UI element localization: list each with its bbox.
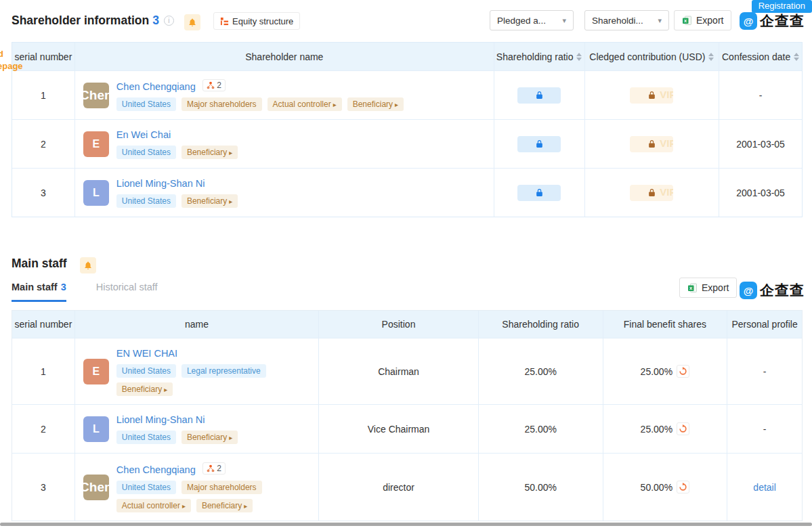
shareholder-table-header: serial number Shareholder name Sharehold… <box>12 43 802 70</box>
serial-cell: 1 <box>12 71 75 119</box>
shareholder-row: 3 L Lionel Ming-Shan Ni United States Be… <box>12 168 802 217</box>
date-cell: - <box>719 71 802 119</box>
staff-name-link[interactable]: Chen Chengqiang <box>116 464 196 475</box>
tag-united-states[interactable]: United States <box>116 481 176 494</box>
tab-main-staff[interactable]: Main staff3 <box>12 282 66 302</box>
monitor-bell-button[interactable] <box>184 14 200 30</box>
bell-icon <box>83 261 93 270</box>
sort-icon[interactable] <box>708 53 714 61</box>
sort-icon[interactable] <box>794 53 799 61</box>
shareholding-filter-value: Shareholdi... <box>592 16 643 26</box>
serial-cell: 2 <box>12 405 75 453</box>
staff-section-title: Main staff <box>12 257 96 273</box>
equity-structure-button[interactable]: Equity structure <box>213 12 300 30</box>
shareholder-count: 3 <box>152 14 159 27</box>
staff-name-link[interactable]: EN WEI CHAI <box>116 348 177 359</box>
shareholder-name-link[interactable]: En Wei Chai <box>116 129 171 140</box>
shareholder-section-title: Shareholder information3 <box>12 14 200 30</box>
detail-link[interactable]: detail <box>753 482 775 493</box>
export-label: Export <box>702 282 729 293</box>
tag-united-states[interactable]: United States <box>116 146 176 159</box>
benefit-structure-button[interactable] <box>677 365 689 378</box>
qcc-logo-text: 企查查 <box>760 12 805 30</box>
name-cell: Chen Chen Chengqiang 2 United <box>75 454 319 521</box>
relation-graph-icon <box>207 81 215 89</box>
tag-beneficiary[interactable]: Beneficiary <box>347 97 404 111</box>
chevron-right-icon <box>227 433 232 442</box>
tag-beneficiary[interactable]: Beneficiary <box>181 431 238 444</box>
shareholder-name-link[interactable]: Chen Chengqiang <box>116 81 196 92</box>
tag-beneficiary[interactable]: Beneficiary <box>116 382 173 396</box>
name-cell: E En Wei Chai United States Beneficiary <box>75 120 494 168</box>
tag-united-states[interactable]: United States <box>116 97 176 111</box>
sort-icon[interactable] <box>576 53 582 61</box>
qcc-logo[interactable]: 企查查 <box>740 281 805 300</box>
tag-united-states[interactable]: United States <box>116 431 176 444</box>
staff-table-header: serial number name Position Shareholding… <box>12 311 802 338</box>
ratio-cell <box>494 120 585 168</box>
locked-contribution-chip[interactable]: VIP <box>630 136 673 152</box>
tag-beneficiary[interactable]: Beneficiary <box>196 499 253 512</box>
profile-cell: - <box>727 338 802 404</box>
info-icon[interactable] <box>164 16 174 26</box>
tag-major-shareholders[interactable]: Major shareholders <box>181 97 262 111</box>
benefit-structure-button[interactable] <box>677 422 689 435</box>
staff-export-button[interactable]: x Export <box>679 278 737 298</box>
shareholder-row: 1 Chen Chen Chengqiang 2 <box>12 70 802 119</box>
profile-cell: detail <box>727 454 802 521</box>
shareholder-table: serial number Shareholder name Sharehold… <box>12 42 803 217</box>
section-title-text: Shareholder information <box>12 14 149 27</box>
benefit-structure-icon <box>679 483 687 491</box>
col-pledged-contribution[interactable]: Cledged contribution (USD) <box>585 43 720 70</box>
lock-icon <box>647 139 656 148</box>
tab-historical-staff[interactable]: Historical staff <box>96 282 158 302</box>
name-cell: L Lionel Ming-Shan Ni United States Bene… <box>75 169 494 217</box>
tag-legal-representative[interactable]: Legal representative <box>181 364 266 378</box>
chevron-right-icon <box>393 100 398 109</box>
chevron-right-icon <box>162 384 167 394</box>
col-shareholding-ratio[interactable]: Shareholding ratio <box>494 43 585 70</box>
tag-actual-controller[interactable]: Actual controller <box>268 97 342 111</box>
avatar: Chen <box>83 475 109 500</box>
pledged-filter-dropdown[interactable]: Pledged a... <box>490 10 574 30</box>
left-cut-text-top: d <box>0 49 3 59</box>
qcc-logo-icon <box>740 282 757 299</box>
section-title-text: Main staff <box>12 257 67 270</box>
avatar: E <box>83 359 109 384</box>
relation-count-badge[interactable]: 2 <box>202 462 226 475</box>
locked-ratio-chip[interactable] <box>517 87 561 104</box>
tag-major-shareholders[interactable]: Major shareholders <box>181 481 262 494</box>
bell-icon <box>188 18 197 27</box>
benefit-structure-icon <box>679 424 687 433</box>
chevron-right-icon <box>180 501 186 510</box>
tag-beneficiary[interactable]: Beneficiary <box>181 146 238 159</box>
lock-icon <box>535 188 544 197</box>
locked-contribution-chip[interactable]: VIP <box>630 87 673 104</box>
locked-ratio-chip[interactable] <box>517 136 561 152</box>
relation-count-badge[interactable]: 2 <box>202 79 226 91</box>
horizontal-scrollbar[interactable] <box>0 523 812 526</box>
lock-icon <box>647 188 656 197</box>
shareholder-name-link[interactable]: Lionel Ming-Shan Ni <box>116 178 205 189</box>
tag-united-states[interactable]: United States <box>116 364 176 378</box>
final-benefit-cell: 50.00% <box>603 454 728 521</box>
tag-beneficiary[interactable]: Beneficiary <box>181 194 238 208</box>
staff-name-link[interactable]: Lionel Ming-Shan Ni <box>116 414 205 425</box>
qcc-logo[interactable]: 企查查 <box>740 12 805 30</box>
final-benefit-cell: 25.00% <box>603 405 728 453</box>
ratio-cell <box>494 169 585 217</box>
benefit-structure-button[interactable] <box>677 481 689 493</box>
col-confession-date[interactable]: Confession date <box>719 43 802 70</box>
relation-count: 2 <box>217 81 221 90</box>
locked-contribution-chip[interactable]: VIP <box>630 185 673 201</box>
qcc-logo-icon <box>740 12 757 30</box>
tag-united-states[interactable]: United States <box>116 194 176 208</box>
shareholder-export-button[interactable]: x Export <box>674 10 731 30</box>
excel-icon: x <box>682 16 692 26</box>
monitor-bell-button[interactable] <box>80 257 96 273</box>
benefit-structure-icon <box>679 367 687 376</box>
shareholding-filter-dropdown[interactable]: Shareholdi... <box>584 10 669 30</box>
locked-ratio-chip[interactable] <box>517 185 561 201</box>
tag-actual-controller[interactable]: Actual controller <box>116 499 191 512</box>
vip-watermark: VIP <box>660 89 673 100</box>
